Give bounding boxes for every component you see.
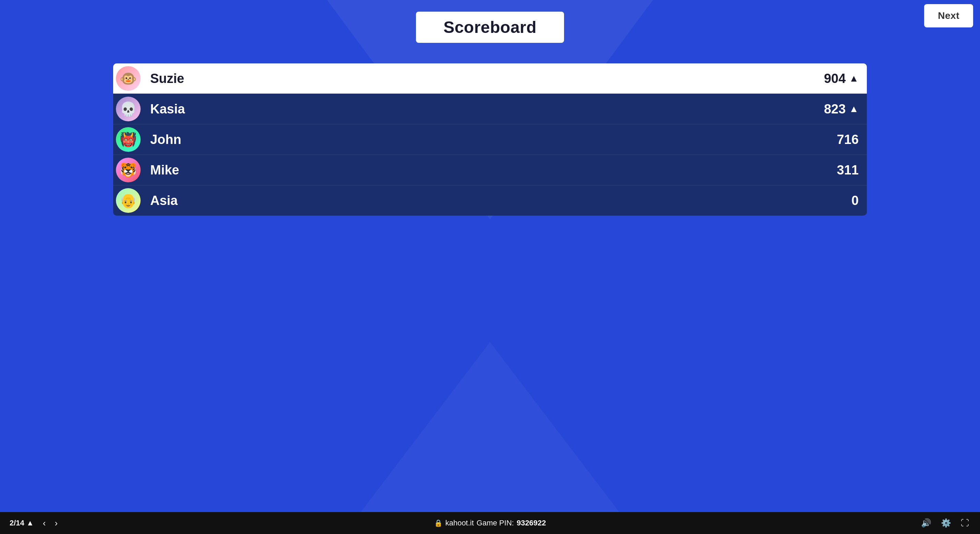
player-score-john: 716 xyxy=(837,132,859,147)
avatar-john: 👹 xyxy=(116,127,141,152)
avatar-suzie: 🐵 xyxy=(116,66,141,91)
scoreboard-list: 🐵 Suzie 904 ▲ 💀 Kasia 823 ▲ 👹 John 716 xyxy=(113,64,867,216)
player-score-asia: 0 xyxy=(851,193,859,208)
bottom-center: 🔒 kahoot.it Game PIN: 9326922 xyxy=(434,518,546,528)
avatar-asia: 👴 xyxy=(116,188,141,213)
progress-trend-icon: ▲ xyxy=(26,518,34,527)
player-name-suzie: Suzie xyxy=(150,71,824,86)
main-content: Scoreboard 🐵 Suzie 904 ▲ 💀 Kasia 823 ▲ 👹 xyxy=(0,0,980,512)
next-button[interactable]: Next xyxy=(924,4,973,27)
game-pin-label: Game PIN: xyxy=(477,518,514,528)
progress-text: 2/14 ▲ xyxy=(10,518,34,528)
volume-button[interactable]: 🔊 xyxy=(920,517,933,529)
next-arrow[interactable]: › xyxy=(52,517,60,530)
score-row-kasia: 💀 Kasia 823 ▲ xyxy=(113,94,867,124)
kahoot-url: kahoot.it xyxy=(445,518,474,528)
player-score-suzie: 904 ▲ xyxy=(824,71,859,86)
fullscreen-button[interactable]: ⛶ xyxy=(959,517,970,529)
score-row-suzie: 🐵 Suzie 904 ▲ xyxy=(113,64,867,94)
player-name-mike: Mike xyxy=(150,163,837,178)
settings-button[interactable]: ⚙️ xyxy=(940,517,953,529)
nav-arrows: ‹ › xyxy=(40,517,60,530)
trend-up-icon: ▲ xyxy=(849,73,859,84)
score-row-john: 👹 John 716 xyxy=(113,124,867,154)
progress-label: 2/14 xyxy=(10,518,24,527)
player-score-kasia: 823 ▲ xyxy=(824,102,859,116)
lock-icon: 🔒 xyxy=(434,519,443,527)
trend-up-icon: ▲ xyxy=(849,103,859,114)
bottom-left: 2/14 ▲ ‹ › xyxy=(10,517,60,530)
bottom-right: 🔊 ⚙️ ⛶ xyxy=(920,517,970,529)
player-name-asia: Asia xyxy=(150,193,851,208)
avatar-kasia: 💀 xyxy=(116,97,141,121)
player-name-kasia: Kasia xyxy=(150,102,824,116)
score-row-asia: 👴 Asia 0 xyxy=(113,185,867,216)
avatar-mike: 🐯 xyxy=(116,158,141,182)
scoreboard-title: Scoreboard xyxy=(443,18,537,37)
prev-arrow[interactable]: ‹ xyxy=(40,517,49,530)
scoreboard-title-container: Scoreboard xyxy=(416,12,564,43)
player-name-john: John xyxy=(150,132,837,147)
score-row-mike: 🐯 Mike 311 xyxy=(113,154,867,185)
game-pin-number: 9326922 xyxy=(517,518,546,528)
bottom-bar: 2/14 ▲ ‹ › 🔒 kahoot.it Game PIN: 9326922… xyxy=(0,512,980,534)
player-score-mike: 311 xyxy=(837,163,859,178)
